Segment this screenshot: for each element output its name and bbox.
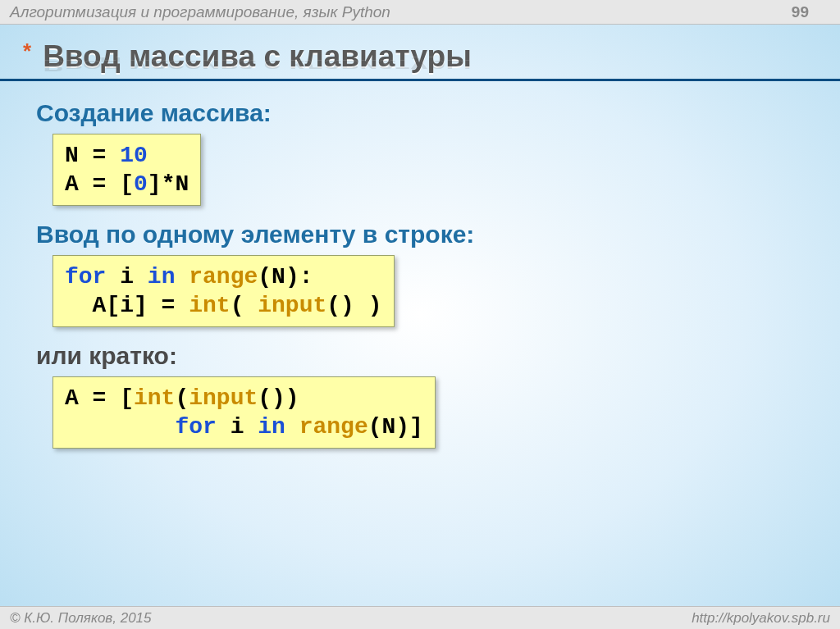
code-text: N = 10 A = [0]*N (65, 143, 189, 197)
section-short: или кратко: (36, 342, 804, 370)
course-title: Алгоритмизация и программирование, язык … (10, 3, 390, 21)
page-number: 99 (792, 3, 830, 21)
copyright-text: © К.Ю. Поляков, 2015 (10, 610, 152, 627)
section-input: Ввод по одному элементу в строке: (36, 221, 804, 248)
header-bar: Алгоритмизация и программирование, язык … (0, 0, 840, 25)
footer-bar: © К.Ю. Поляков, 2015 http://kpolyakov.sp… (0, 606, 840, 629)
footer-url: http://kpolyakov.spb.ru (692, 610, 830, 627)
slide-title: Ввод массива с клавиатуры (43, 39, 472, 74)
title-bullet: * (23, 40, 31, 62)
slide-content: Создание массива: N = 10 A = [0]*N Ввод … (0, 81, 840, 457)
code-block-loop: for i in range(N): A[i] = int( input() ) (52, 255, 395, 327)
section-create: Создание массива: (36, 99, 804, 127)
code-text: A = [int(input()) for i in range(N)] (65, 385, 423, 440)
code-text: for i in range(N): A[i] = int( input() ) (65, 264, 382, 318)
code-block-create: N = 10 A = [0]*N (52, 134, 201, 206)
slide-title-row: * Ввод массива с клавиатуры (0, 39, 840, 81)
code-block-short: A = [int(input()) for i in range(N)] (52, 376, 436, 449)
